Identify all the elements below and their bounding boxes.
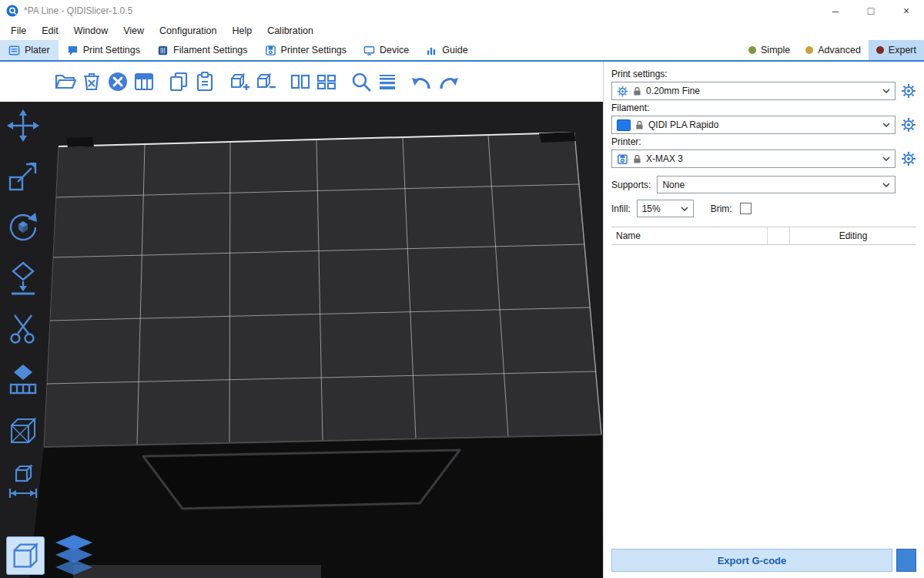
window-title: *PA Line - QIDISlicer-1.0.5 — [24, 5, 132, 16]
scale-tool-button[interactable] — [5, 159, 42, 194]
view-switch — [6, 535, 95, 575]
guide-icon — [426, 45, 437, 56]
undo-button[interactable] — [409, 67, 435, 96]
object-list: Name Editing — [611, 227, 916, 245]
printer-combo[interactable]: X-MAX 3 — [611, 150, 896, 168]
printer-value: X-MAX 3 — [646, 153, 683, 164]
delete-all-button[interactable] — [105, 67, 131, 96]
print-settings-label: Print settings: — [611, 69, 916, 79]
infill-combo[interactable]: 15% — [637, 200, 694, 217]
tab-guide[interactable]: Guide — [417, 40, 476, 60]
split-to-objects-button[interactable] — [287, 67, 313, 96]
printer-label: Printer: — [611, 136, 916, 147]
printer-gear-button[interactable] — [901, 151, 916, 166]
filament-color-swatch — [617, 119, 631, 131]
plater-icon — [8, 45, 20, 56]
filament-value: QIDI PLA Rapido — [648, 119, 718, 130]
menu-calibration[interactable]: Calibration — [259, 25, 321, 36]
variable-layer-height-button[interactable] — [374, 67, 400, 96]
lock-icon — [635, 120, 644, 130]
printer-settings-icon — [265, 45, 276, 56]
chevron-down-icon — [882, 183, 890, 187]
print-settings-icon — [67, 45, 79, 56]
print-settings-gear-button[interactable] — [901, 83, 916, 99]
column-name: Name — [611, 227, 768, 244]
brim-checkbox[interactable] — [740, 203, 752, 214]
window-controls: – □ × — [818, 0, 924, 22]
tab-filament-settings-label: Filament Settings — [173, 45, 248, 55]
chevron-down-icon — [882, 123, 890, 127]
app-logo-icon — [6, 5, 18, 17]
mode-simple[interactable]: Simple — [741, 40, 798, 60]
maximize-button[interactable]: □ — [853, 0, 889, 22]
search-button[interactable] — [348, 67, 374, 96]
rotate-tool-button[interactable] — [5, 210, 42, 245]
lock-icon — [633, 154, 641, 164]
infill-label: Infill: — [611, 203, 631, 214]
tab-plater[interactable]: Plater — [0, 40, 59, 60]
measure-tool-button[interactable] — [5, 464, 42, 499]
mesh-tool-button[interactable] — [5, 413, 42, 449]
remove-instance-button[interactable] — [253, 67, 279, 96]
menu-edit[interactable]: Edit — [34, 25, 66, 36]
add-instance-button[interactable] — [226, 67, 253, 96]
filament-combo[interactable]: QIDI PLA Rapido — [611, 116, 896, 134]
object-list-body[interactable] — [611, 245, 916, 546]
tabbar: Plater Print Settings Filament Settings … — [0, 40, 924, 62]
mode-expert-label: Expert — [889, 45, 916, 55]
menu-configuration[interactable]: Configuration — [152, 25, 224, 36]
tab-print-settings-label: Print Settings — [83, 45, 140, 55]
supports-value: None — [662, 180, 685, 190]
editor-3d-view-button[interactable] — [6, 536, 45, 575]
close-button[interactable]: × — [889, 0, 924, 22]
paste-button[interactable] — [192, 67, 218, 96]
titlebar: *PA Line - QIDISlicer-1.0.5 – □ × — [0, 0, 924, 22]
split-to-parts-button[interactable] — [313, 67, 340, 96]
gizmo-toolbar — [5, 108, 42, 499]
minimize-button[interactable]: – — [818, 0, 853, 22]
object-list-header: Name Editing — [611, 227, 916, 245]
tab-printer-settings[interactable]: Printer Settings — [256, 40, 355, 60]
tab-device-label: Device — [380, 45, 409, 55]
menu-file[interactable]: File — [3, 25, 34, 36]
place-on-face-tool-button[interactable] — [5, 260, 42, 296]
lock-icon — [633, 86, 641, 96]
filament-settings-icon — [157, 45, 169, 56]
cut-tool-button[interactable] — [5, 311, 42, 347]
tab-printer-settings-label: Printer Settings — [281, 45, 346, 55]
move-tool-button[interactable] — [5, 108, 42, 143]
preview-layers-view-button[interactable] — [52, 535, 95, 575]
menu-view[interactable]: View — [116, 25, 152, 36]
mode-expert[interactable]: Expert — [869, 40, 924, 60]
tab-guide-label: Guide — [442, 45, 467, 55]
print-settings-combo[interactable]: 0.20mm Fine — [611, 82, 896, 100]
filament-label: Filament: — [611, 102, 916, 113]
mode-advanced[interactable]: Advanced — [798, 40, 869, 60]
redo-button[interactable] — [435, 67, 461, 96]
copy-button[interactable] — [166, 67, 192, 96]
chevron-down-icon — [681, 207, 688, 211]
menu-help[interactable]: Help — [224, 25, 259, 36]
print-settings-value: 0.20mm Fine — [646, 86, 700, 96]
printer-mini-icon — [617, 153, 628, 165]
expert-mode-dot-icon — [876, 46, 884, 54]
viewport-3d — [0, 62, 603, 578]
scene-3d[interactable] — [0, 102, 603, 578]
advanced-mode-dot-icon — [805, 46, 813, 54]
arrange-button[interactable] — [131, 67, 157, 96]
supports-combo[interactable]: None — [657, 176, 896, 193]
mode-switch: Simple Advanced Expert — [741, 40, 924, 60]
tab-filament-settings[interactable]: Filament Settings — [149, 40, 256, 60]
filament-gear-button[interactable] — [901, 117, 916, 133]
menubar: File Edit Window View Configuration Help… — [0, 22, 924, 40]
tab-device[interactable]: Device — [355, 40, 417, 60]
print-bed-3d — [0, 102, 603, 578]
open-folder-button[interactable] — [52, 67, 79, 96]
menu-window[interactable]: Window — [66, 25, 116, 36]
export-gcode-button[interactable]: Export G-code — [611, 549, 892, 572]
tab-print-settings[interactable]: Print Settings — [59, 40, 149, 60]
delete-button[interactable] — [79, 67, 105, 96]
export-options-button[interactable] — [896, 549, 916, 572]
paint-supports-tool-button[interactable] — [5, 362, 42, 398]
mode-advanced-label: Advanced — [818, 45, 861, 55]
